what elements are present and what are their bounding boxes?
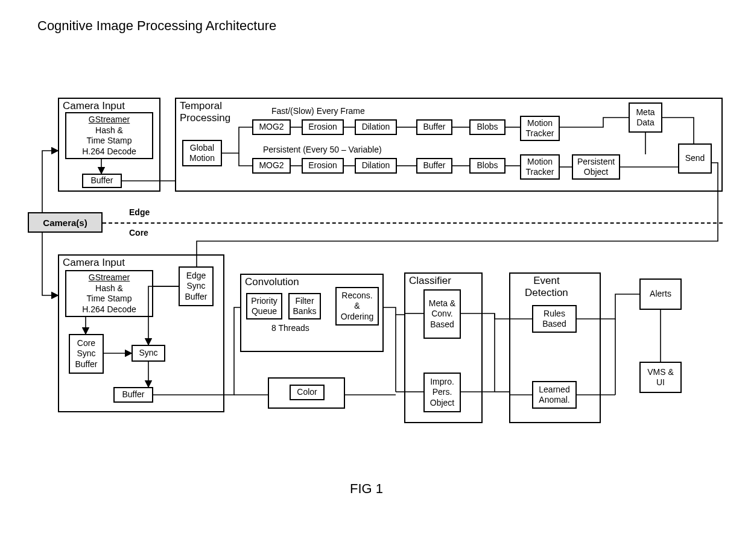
core-gstreamer-box: GStreamer Hash & Time Stamp H.264 Decode <box>65 270 153 317</box>
figure-label: FIG 1 <box>350 481 383 497</box>
edge-core-divider <box>103 222 723 224</box>
pers-mog2-box: MOG2 <box>252 158 291 174</box>
classifier-title: Classifier <box>409 275 451 287</box>
cameras-box: Camera(s) <box>28 212 103 233</box>
core-label: Core <box>129 228 148 238</box>
color-box: Color <box>290 385 325 400</box>
recons-ordering-box: Recons. & Ordering <box>335 287 379 326</box>
global-motion-box: Global Motion <box>182 140 222 166</box>
fast-label: Fast/(Slow) Every Frame <box>271 106 365 116</box>
convolution-title: Convolution <box>245 276 299 288</box>
filter-banks-box: Filter Banks <box>288 293 321 319</box>
pers-blobs-box: Blobs <box>469 158 506 174</box>
alerts-box: Alerts <box>639 278 682 310</box>
pers-dilation-box: Dilation <box>355 158 397 174</box>
rules-based-box: Rules Based <box>532 305 577 333</box>
impro-pers-box: Impro. Pers. Object <box>423 373 461 412</box>
learned-anomal-box: Learned Anomal. <box>532 381 577 409</box>
pers-erosion-box: Erosion <box>302 158 344 174</box>
meta-conv-box: Meta & Conv. Based <box>423 289 461 339</box>
meta-data-box: Meta Data <box>629 102 662 133</box>
pers-buffer-box: Buffer <box>416 158 452 174</box>
fast-erosion-box: Erosion <box>302 119 344 135</box>
fast-motion-tracker-box: Motion Tracker <box>520 116 560 141</box>
core-camera-input-title: Camera Input <box>63 257 125 269</box>
edge-buffer-box: Buffer <box>82 174 122 188</box>
core-gstreamer-label: GStreamer <box>89 272 130 283</box>
edge-sync-buffer-box: Edge Sync Buffer <box>179 266 214 306</box>
edge-gstreamer-box: GStreamer Hash & Time Stamp H.264 Decode <box>65 112 153 159</box>
edge-label: Edge <box>129 207 150 217</box>
core-sync-buffer-box: Core Sync Buffer <box>69 334 104 374</box>
send-box: Send <box>678 143 712 174</box>
fast-blobs-box: Blobs <box>469 119 506 135</box>
persistent-object-box: Persistent Object <box>572 154 620 180</box>
fast-dilation-box: Dilation <box>355 119 397 135</box>
pers-motion-tracker-box: Motion Tracker <box>520 154 560 180</box>
persistent-label: Persistent (Every 50 – Variable) <box>263 145 382 154</box>
core-buffer-box: Buffer <box>113 387 153 403</box>
edge-camera-input-title: Camera Input <box>63 100 125 112</box>
sync-box: Sync <box>132 345 165 362</box>
temporal-title: Temporal Processing <box>180 100 230 124</box>
gstreamer-body: Hash & Time Stamp H.264 Decode <box>82 125 136 157</box>
core-gstreamer-body: Hash & Time Stamp H.264 Decode <box>82 283 136 315</box>
gstreamer-label: GStreamer <box>89 115 130 125</box>
fast-buffer-box: Buffer <box>416 119 452 135</box>
event-detection-title: Event Detection <box>525 275 568 298</box>
fast-mog2-box: MOG2 <box>252 119 291 135</box>
priority-queue-box: Priority Queue <box>246 293 282 319</box>
threads-label: 8 Threads <box>271 323 309 333</box>
vms-ui-box: VMS & UI <box>639 362 682 393</box>
diagram-title: Cognitive Image Processing Architecture <box>37 18 276 34</box>
